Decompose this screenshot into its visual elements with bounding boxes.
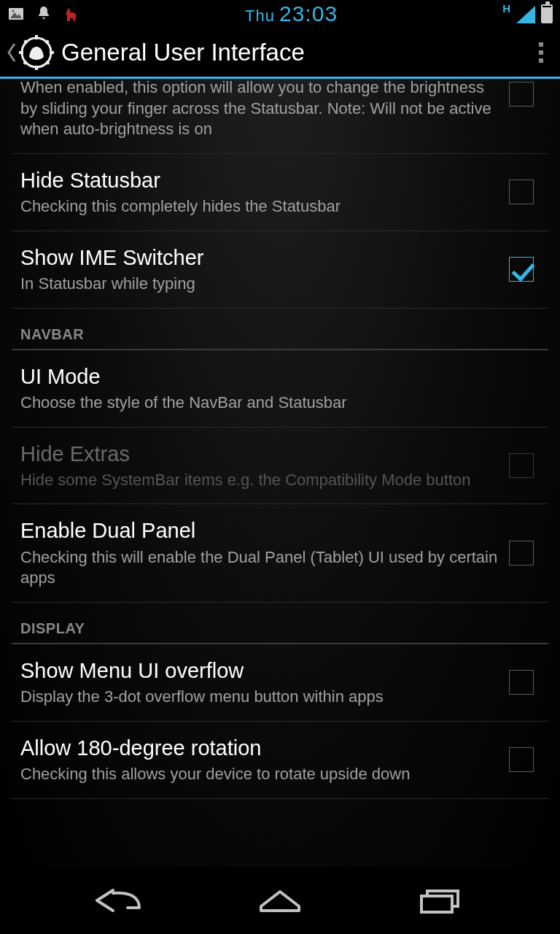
pref-menu-overflow[interactable]: Show Menu UI overflow Display the 3-dot … [12, 644, 548, 722]
status-day: Thu [245, 7, 275, 26]
status-time: 23:03 [279, 1, 338, 26]
status-bar: Thu 23:03 H [0, 0, 560, 28]
pref-summary: Checking this completely hides the Statu… [20, 196, 499, 217]
action-bar: General User Interface [0, 28, 560, 79]
app-icon [19, 35, 54, 70]
checkbox[interactable] [509, 747, 534, 772]
pref-summary: Hide some SystemBar items e.g. the Compa… [20, 470, 499, 491]
svg-rect-8 [50, 51, 54, 54]
category-title: DISPLAY [20, 620, 548, 637]
back-button[interactable] [6, 35, 54, 70]
checkbox[interactable] [509, 82, 534, 107]
signal-icon [516, 6, 535, 23]
pref-summary: Display the 3-dot overflow menu button w… [20, 687, 499, 708]
chevron-left-icon [6, 42, 16, 63]
category-navbar: NAVBAR [12, 309, 548, 350]
pref-title: Hide Extras [20, 441, 499, 467]
status-right: H [502, 4, 553, 23]
svg-rect-7 [19, 51, 23, 54]
pref-title: Allow 180-degree rotation [20, 735, 499, 761]
category-display: DISPLAY [12, 603, 548, 644]
pref-summary: Checking this will enable the Dual Panel… [20, 547, 499, 589]
nav-home-button[interactable] [240, 880, 320, 921]
checkbox[interactable] [509, 180, 534, 204]
settings-list[interactable]: x When enabled, this option will allow y… [0, 79, 560, 867]
pref-hide-statusbar[interactable]: Hide Statusbar Checking this completely … [12, 154, 548, 231]
pref-brightness-slider[interactable]: x When enabled, this option will allow y… [12, 79, 548, 154]
picture-icon [7, 5, 25, 23]
status-clock: Thu 23:03 [245, 1, 338, 26]
pref-summary: Choose the style of the NavBar and Statu… [20, 393, 548, 414]
pref-ui-mode[interactable]: UI Mode Choose the style of the NavBar a… [12, 350, 548, 428]
pref-title: UI Mode [20, 363, 548, 390]
pref-ime-switcher[interactable]: Show IME Switcher In Statusbar while typ… [12, 231, 548, 309]
svg-rect-6 [35, 66, 38, 70]
pref-hide-extras: Hide Extras Hide some SystemBar items e.… [12, 428, 548, 505]
pref-title: Hide Statusbar [20, 167, 499, 193]
nav-recent-button[interactable] [400, 880, 481, 921]
network-type: H [502, 2, 510, 15]
status-left [7, 5, 80, 23]
checkbox[interactable] [509, 541, 534, 566]
svg-marker-3 [516, 6, 535, 23]
checkbox [509, 453, 534, 478]
pref-summary: Checking this allows your device to rota… [20, 764, 499, 785]
overflow-menu-button[interactable] [528, 42, 554, 63]
bell-icon [35, 5, 52, 23]
pref-title: Show Menu UI overflow [20, 657, 499, 684]
pref-title: Show IME Switcher [20, 244, 499, 271]
page-title: General User Interface [61, 39, 528, 66]
pref-180-rotation[interactable]: Allow 180-degree rotation Checking this … [12, 722, 548, 799]
checkbox[interactable] [509, 670, 534, 695]
pref-dual-panel[interactable]: Enable Dual Panel Checking this will ena… [12, 504, 548, 602]
navigation-bar [0, 867, 560, 934]
checkbox[interactable] [509, 257, 534, 282]
svg-rect-13 [421, 896, 452, 912]
nav-back-button[interactable] [80, 880, 160, 921]
battery-icon [541, 4, 553, 23]
pref-summary: When enabled, this option will allow you… [20, 79, 499, 140]
svg-rect-5 [35, 35, 38, 39]
svg-point-2 [12, 10, 15, 12]
category-title: NAVBAR [20, 326, 548, 343]
pref-title: Enable Dual Panel [20, 517, 499, 544]
llama-icon [63, 5, 80, 23]
pref-summary: In Statusbar while typing [20, 274, 499, 295]
